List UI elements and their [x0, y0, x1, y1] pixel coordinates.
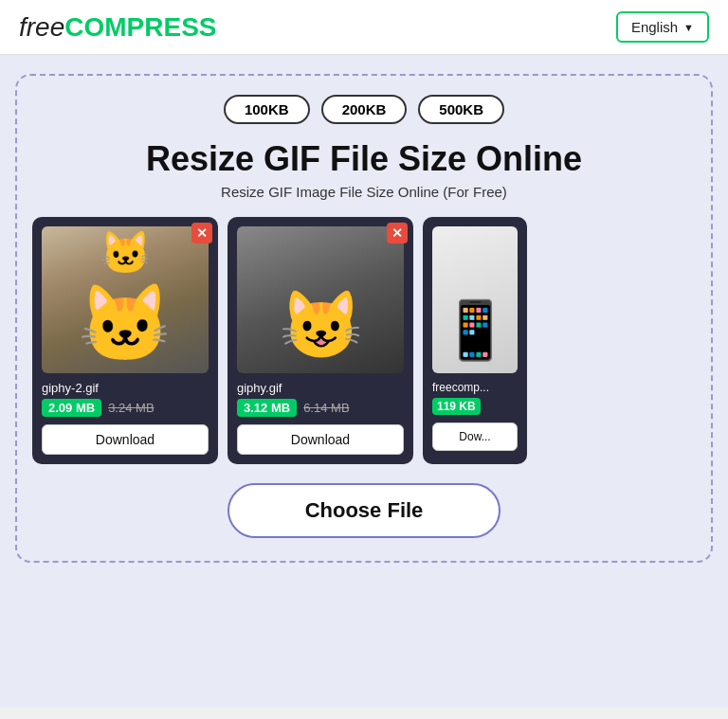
- card-1: ✕ giphy-2.gif 2.09 MB 3.24 MB Download: [32, 217, 218, 464]
- card-3-download-button[interactable]: Dow...: [432, 422, 518, 451]
- choose-file-area: Choose File: [32, 483, 696, 538]
- card-2-size-new: 3.12 MB: [237, 399, 297, 417]
- card-2-filename: giphy.gif: [237, 381, 404, 395]
- card-1-image: [42, 226, 209, 373]
- card-1-close-button[interactable]: ✕: [191, 223, 212, 243]
- card-3-filename: freecomp...: [432, 381, 518, 394]
- card-1-size-new: 2.09 MB: [42, 399, 101, 417]
- card-1-sizes: 2.09 MB 3.24 MB: [42, 399, 155, 417]
- card-2-download-button[interactable]: Download: [237, 424, 404, 455]
- header: freeCOMPRESS English ▼: [0, 0, 728, 55]
- page-subtitle: Resize GIF Image File Size Online (For F…: [32, 184, 696, 200]
- logo-compress: COMPRESS: [64, 12, 216, 42]
- card-1-filename: giphy-2.gif: [42, 381, 209, 395]
- logo-free: free: [19, 12, 64, 42]
- card-2-close-button[interactable]: ✕: [387, 223, 408, 243]
- cards-row: ✕ giphy-2.gif 2.09 MB 3.24 MB Download ✕…: [32, 217, 696, 464]
- page-title: Resize GIF File Size Online: [32, 139, 696, 178]
- language-label: English: [631, 19, 678, 35]
- upload-area: 100KB 200KB 500KB Resize GIF File Size O…: [15, 74, 713, 563]
- card-3-sizes: 119 KB: [432, 398, 481, 415]
- size-buttons-row: 100KB 200KB 500KB: [32, 95, 696, 124]
- size-200kb-button[interactable]: 200KB: [321, 95, 408, 124]
- size-500kb-button[interactable]: 500KB: [418, 95, 504, 124]
- card-2-image: [237, 226, 404, 373]
- card-3-image: [432, 226, 518, 373]
- choose-file-button[interactable]: Choose File: [228, 483, 501, 538]
- chevron-down-icon: ▼: [683, 22, 694, 33]
- logo: freeCOMPRESS: [19, 14, 217, 41]
- card-2-sizes: 3.12 MB 6.14 MB: [237, 399, 350, 417]
- card-2: ✕ giphy.gif 3.12 MB 6.14 MB Download: [228, 217, 413, 464]
- language-button[interactable]: English ▼: [616, 11, 709, 43]
- size-100kb-button[interactable]: 100KB: [224, 95, 310, 124]
- card-1-size-old: 3.24 MB: [108, 401, 154, 415]
- main-content: 100KB 200KB 500KB Resize GIF File Size O…: [0, 55, 728, 708]
- card-1-download-button[interactable]: Download: [42, 424, 209, 455]
- card-3-size-new: 119 KB: [432, 398, 481, 415]
- card-2-size-old: 6.14 MB: [303, 401, 349, 415]
- card-3: freecomp... 119 KB Dow...: [423, 217, 527, 464]
